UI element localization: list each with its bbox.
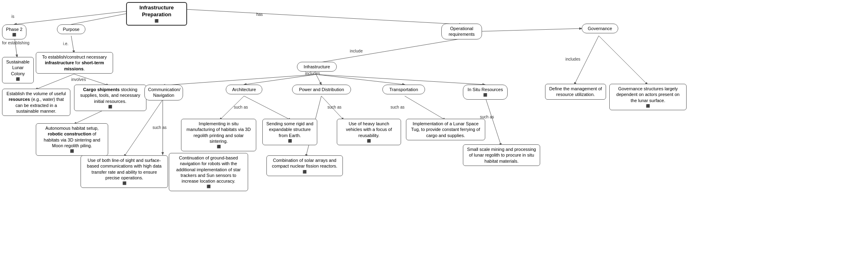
continuation-node: Continuation of ground-based navigation …	[169, 153, 248, 191]
edge-label-such-as-arch: such as	[234, 105, 248, 109]
comm-nav-node: Communication/Navigation	[144, 85, 183, 100]
purpose-node: Purpose	[57, 24, 85, 34]
implement-insitu-node: Implementing in situ manufacturing of ha…	[181, 119, 256, 151]
cargo-node: Cargo shipments stocking supplies, tools…	[74, 85, 146, 111]
svg-line-6	[35, 74, 74, 89]
governance-node: Governance	[582, 24, 618, 33]
edge-label-ie: i.e.	[63, 41, 68, 46]
small-scale-node: Small scale mining and processing of lun…	[463, 144, 540, 166]
heavy-launch-node: Use of heavy launch vehicles with a focu…	[337, 119, 401, 145]
edge-label-include: include	[350, 49, 363, 53]
edge-label-is: is	[11, 14, 14, 19]
infrastructure-node: Infrastructure	[297, 62, 337, 72]
diagram-container: is has for establishing i.e. involves in…	[0, 0, 868, 253]
gov-structures-node: Governance structures largely dependent …	[609, 84, 687, 110]
architecture-node: Architecture	[226, 85, 262, 94]
define-mgmt-node: Define the management of resource utiliz…	[545, 84, 606, 100]
edge-label-such-as-trans: such as	[390, 105, 404, 109]
sustainable-colony-node: SustainableLunar Colony ⬛	[2, 57, 34, 83]
power-dist-node: Power and Distribution	[292, 85, 351, 94]
edge-label-such-as-power: such as	[327, 105, 341, 109]
transportation-node: Transportation	[382, 85, 425, 94]
svg-line-4	[71, 36, 74, 53]
svg-line-12	[316, 74, 321, 85]
edge-label-such-as-comm: such as	[153, 125, 166, 130]
edge-label-involves: involves	[71, 77, 86, 82]
sending-rigid-node: Sending some rigid and expandable struct…	[262, 119, 317, 145]
phase2-node: Phase 2 ⬛	[2, 24, 26, 39]
autonomous-node: Autonomous habitat setup, robotic constr…	[36, 123, 108, 156]
lunar-space-tug-node: Implementation of a Lunar Space Tug, to …	[406, 119, 485, 140]
combination-solar-node: Combination of solar arrays and compact …	[266, 155, 343, 176]
establish-volume-node: Establish the volume of useful resources…	[2, 89, 70, 116]
insitu-node: In Situ Resources ⬛	[463, 85, 508, 100]
svg-line-24	[485, 96, 501, 146]
svg-line-11	[244, 74, 316, 85]
edge-label-has: has	[256, 12, 263, 17]
svg-line-8	[316, 39, 462, 63]
svg-line-20	[405, 96, 445, 120]
svg-line-16	[599, 36, 648, 85]
svg-line-13	[316, 74, 405, 85]
edge-label-includes-infra: includes	[305, 71, 320, 76]
svg-line-10	[163, 74, 316, 85]
svg-line-14	[316, 74, 485, 85]
svg-line-9	[482, 28, 582, 31]
svg-line-2	[157, 8, 462, 24]
svg-line-18	[244, 96, 291, 120]
edge-label-includes-gov: includes	[565, 57, 580, 61]
both-line-node: Use of both line-of sight and surface-ba…	[81, 155, 168, 188]
edge-label-for-establishing: for establishing	[2, 41, 29, 45]
main-title-node: Infrastructure Preparation ⬛	[126, 2, 187, 26]
operational-req-node: Operationalrequirements	[441, 24, 482, 39]
to-establish-node: To establish/construct necessary infrast…	[36, 52, 113, 74]
